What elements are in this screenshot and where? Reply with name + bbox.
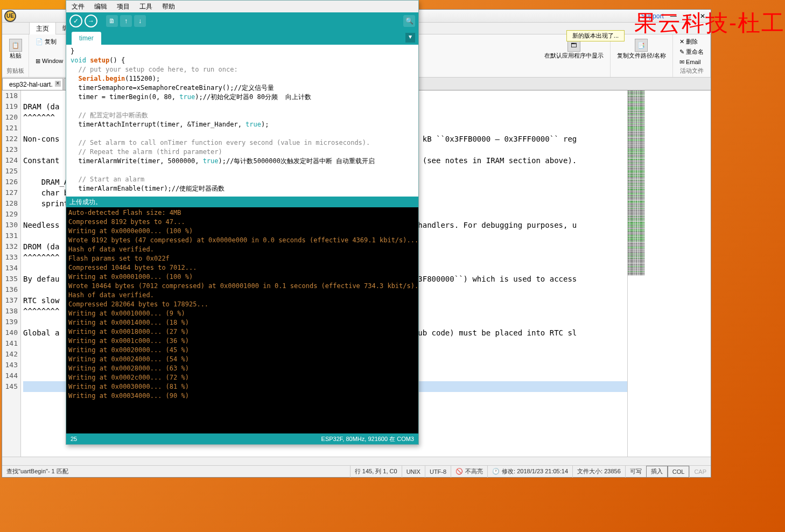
tab-close-icon[interactable]: × (55, 81, 61, 87)
copy-icon: 📄 (36, 38, 43, 45)
serial-monitor-button[interactable]: 🔍 (403, 15, 415, 27)
arduino-menubar: 文件编辑项目工具帮助 (66, 1, 418, 12)
new-sketch-button[interactable]: 🗎 (106, 15, 118, 27)
find-status: 查找"uartBegin"- 1 匹配 (2, 467, 68, 475)
close-icon[interactable]: ✕ (697, 12, 709, 20)
email-button[interactable]: ✉Email (677, 58, 703, 67)
console-line: Writing at 0x0001c000... (36 %) (68, 337, 416, 346)
update-banner[interactable]: 新的版本出现了... (566, 30, 625, 41)
menu-item[interactable]: 工具 (136, 1, 156, 12)
minimize-icon[interactable]: — (667, 12, 680, 20)
arduino-code-area[interactable]: } void setup() { // put your setup code … (66, 45, 418, 197)
paste-button[interactable]: 📋 粘贴 (7, 37, 24, 62)
windows-icon: ⊞ (36, 58, 40, 65)
minimap[interactable]: ████ ████████ ██ ████ ██ ████████ ██ ███… (627, 90, 711, 457)
email-icon: ✉ (679, 59, 684, 66)
open-sketch-button[interactable]: ↑ (120, 15, 132, 27)
line-gutter: 1181191201211221231241251261271281291301… (2, 90, 21, 457)
file-tab[interactable]: esp32-hal-uart.× (2, 78, 63, 90)
cursor-pos: 行 145, 列 1, C0 (350, 466, 402, 478)
upload-button[interactable]: → (85, 15, 97, 27)
arduino-toolbar: ✓ → 🗎 ↑ ↓ 🔍 (66, 12, 418, 30)
arduino-console[interactable]: Auto-detected Flash size: 4MBCompressed … (66, 207, 418, 433)
modified-time: 🕐修改: 2018/1/23 21:05:14 (487, 466, 572, 478)
console-line: Writing at 0x00030000... (81 %) (68, 382, 416, 391)
console-line: Hash of data verified. (68, 291, 416, 300)
paste-label: 粘贴 (10, 52, 22, 60)
clipboard-group-label: 剪贴板 (6, 67, 24, 75)
horizontal-scrollbar[interactable] (2, 457, 711, 465)
support-link[interactable]: Support (641, 12, 664, 20)
ribbon-tab-home[interactable]: 主页 (29, 22, 56, 35)
console-line: Hash of data verified. (68, 245, 416, 254)
console-line: Writing at 0x00028000... (63 %) (68, 364, 416, 373)
console-line: Flash params set to 0x022f (68, 254, 416, 263)
verify-button[interactable]: ✓ (69, 15, 82, 27)
arduino-statusbar: 25 ESP32F, 80MHz, 921600 在 COM3 (66, 433, 418, 444)
console-line: Writing at 0x00020000... (45 %) (68, 346, 416, 355)
console-line: Writing at 0x00018000... (27 %) (68, 327, 416, 337)
delete-icon: ✕ (679, 38, 684, 45)
console-line: Auto-detected Flash size: 4MB (68, 208, 416, 218)
highlight-mode[interactable]: 🚫不高亮 (451, 466, 487, 478)
maximize-icon[interactable]: □ (683, 12, 693, 20)
menu-item[interactable]: 项目 (114, 1, 133, 12)
console-line: Writing at 0x0000e000... (100 %) (68, 227, 416, 236)
console-line: Wrote 10464 bytes (7012 compressed) at 0… (68, 282, 416, 291)
status-board-info: ESP32F, 80MHz, 921600 在 COM3 (321, 435, 414, 443)
copy-button[interactable]: 📄 复制 (33, 37, 59, 47)
windows-dropdown[interactable]: ⊞ Window (33, 57, 65, 66)
status-bar: 查找"uartBegin"- 1 匹配 行 145, 列 1, C0 UNIX … (2, 465, 711, 477)
console-line: Compressed 10464 bytes to 7012... (68, 263, 416, 272)
rename-icon: ✎ (679, 48, 684, 55)
tab-menu-icon[interactable]: ▾ (405, 33, 415, 43)
file-size: 文件大小: 23856 (572, 466, 625, 478)
console-header: 上传成功。 (66, 197, 418, 207)
ue-logo-icon: UE (4, 10, 16, 22)
console-line: Writing at 0x00034000... (90 %) (68, 391, 416, 401)
console-line: Writing at 0x00014000... (18 %) (68, 318, 416, 327)
paste-icon: 📋 (9, 39, 22, 52)
menu-item[interactable]: 帮助 (159, 1, 178, 12)
active-file-group-label: 活动文件 (680, 67, 704, 75)
writable: 可写 (625, 466, 646, 478)
console-line: Compressed 282064 bytes to 178925... (68, 300, 416, 309)
insert-mode[interactable]: 插入 (646, 466, 668, 478)
eol-mode[interactable]: UNIX (402, 466, 425, 478)
menu-item[interactable]: 文件 (68, 1, 88, 12)
arduino-tabbar: timer ▾ (66, 30, 418, 45)
save-sketch-button[interactable]: ↓ (134, 15, 146, 27)
console-line: Compressed 8192 bytes to 47... (68, 218, 416, 227)
console-line: Writing at 0x00024000... (54 %) (68, 355, 416, 364)
caps-lock: CAP (689, 466, 711, 478)
status-line-number: 25 (71, 436, 77, 442)
console-line: Writing at 0x0002c000... (72 %) (68, 373, 416, 382)
console-line: Writing at 0x00010000... (9 %) (68, 309, 416, 318)
console-line: Writing at 0x00001000... (100 %) (68, 272, 416, 282)
encoding[interactable]: UTF-8 (425, 466, 451, 478)
arduino-window: 文件编辑项目工具帮助 ✓ → 🗎 ↑ ↓ 🔍 timer ▾ } void se… (66, 0, 419, 445)
copy-path-icon: 📑 (635, 39, 648, 52)
delete-button[interactable]: ✕删除 (677, 37, 700, 47)
console-line: Wrote 8192 bytes (47 compressed) at 0x00… (68, 236, 416, 245)
rename-button[interactable]: ✎重命名 (677, 47, 706, 57)
col-mode[interactable]: COL (668, 466, 690, 478)
menu-item[interactable]: 编辑 (91, 1, 110, 12)
sketch-tab[interactable]: timer (72, 32, 101, 45)
